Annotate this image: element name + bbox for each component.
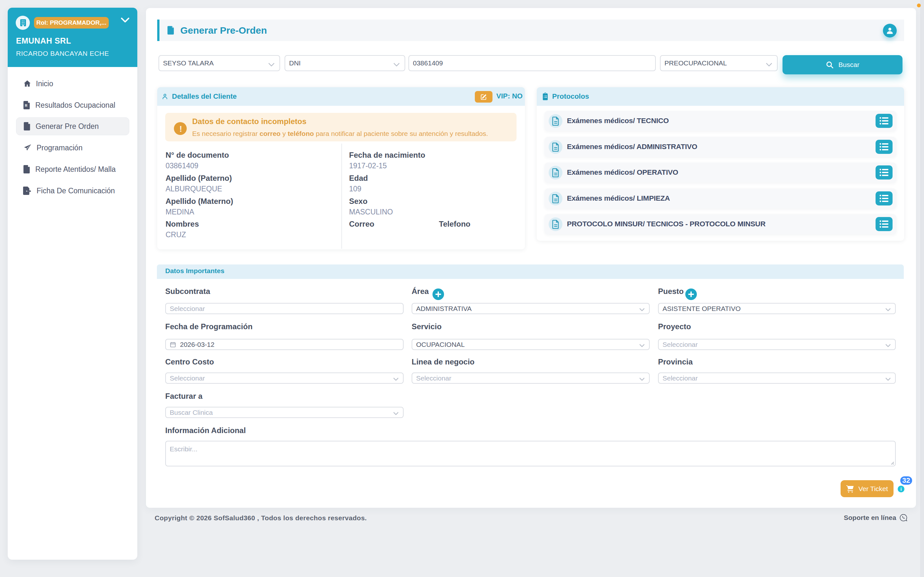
svg-text:R: R: [25, 103, 27, 107]
